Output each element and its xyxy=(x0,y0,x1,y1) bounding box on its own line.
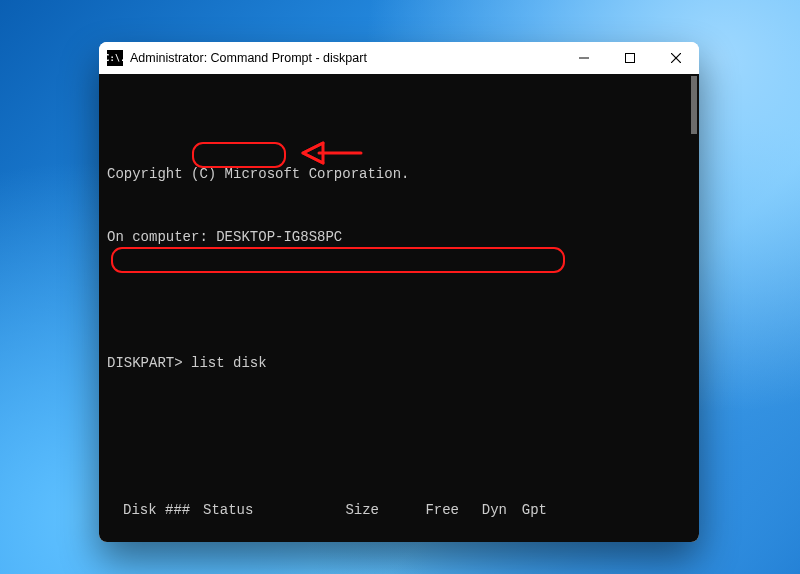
table-header: Disk ###StatusSizeFreeDynGpt xyxy=(107,500,691,521)
svg-rect-1 xyxy=(626,54,635,63)
cmd-icon: C:\. xyxy=(107,50,123,66)
prompt-label: DISKPART> xyxy=(107,355,183,371)
window-title: Administrator: Command Prompt - diskpart xyxy=(130,51,367,65)
col-dyn: Dyn xyxy=(459,500,507,521)
terminal-area[interactable]: Copyright (C) Microsoft Corporation. On … xyxy=(99,74,699,542)
computer-line: On computer: DESKTOP-IG8S8PC xyxy=(107,227,691,248)
close-icon xyxy=(671,53,681,63)
col-status: Status xyxy=(203,500,307,521)
prompt-line-1: DISKPART> list disk xyxy=(107,353,691,374)
scrollbar-thumb[interactable] xyxy=(691,76,697,134)
col-free: Free xyxy=(379,500,459,521)
minimize-icon xyxy=(579,53,589,63)
annotation-row-highlight xyxy=(111,247,565,273)
col-size: Size xyxy=(307,500,379,521)
minimize-button[interactable] xyxy=(561,42,607,74)
titlebar[interactable]: C:\. Administrator: Command Prompt - dis… xyxy=(99,42,699,74)
blank-line xyxy=(107,290,691,311)
close-button[interactable] xyxy=(653,42,699,74)
typed-command: list disk xyxy=(191,355,267,371)
blank-line xyxy=(107,416,691,437)
maximize-button[interactable] xyxy=(607,42,653,74)
cmd-window: C:\. Administrator: Command Prompt - dis… xyxy=(99,42,699,542)
svg-marker-5 xyxy=(303,143,323,163)
desktop-wallpaper: C:\. Administrator: Command Prompt - dis… xyxy=(0,0,800,574)
copyright-line: Copyright (C) Microsoft Corporation. xyxy=(107,164,691,185)
col-disk: Disk ### xyxy=(123,500,203,521)
col-gpt: Gpt xyxy=(507,500,547,521)
maximize-icon xyxy=(625,53,635,63)
